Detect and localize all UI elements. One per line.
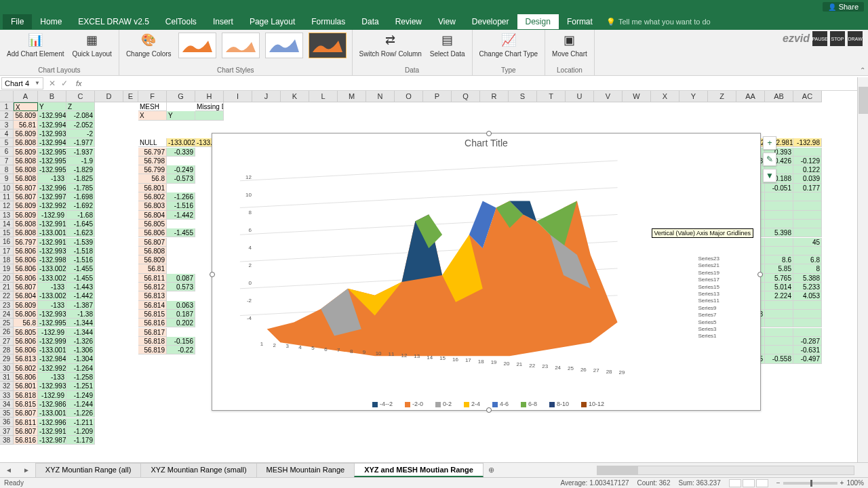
- cell[interactable]: 56.809: [14, 111, 38, 120]
- column-header[interactable]: AB: [765, 91, 793, 102]
- cell[interactable]: -1.209: [66, 427, 95, 436]
- tab-home[interactable]: Home: [32, 14, 70, 29]
- cell[interactable]: 56.806: [14, 256, 38, 264]
- cell[interactable]: -132.991: [38, 427, 66, 436]
- cell[interactable]: -133.002: [38, 274, 66, 283]
- tab-pagelayout[interactable]: Page Layout: [241, 14, 303, 29]
- cell[interactable]: -1.829: [66, 165, 95, 174]
- cell[interactable]: -2.084: [66, 111, 95, 120]
- chevron-down-icon[interactable]: ▼: [35, 80, 40, 86]
- chart-elements-button[interactable]: +: [763, 136, 776, 150]
- recorder-pause[interactable]: PAUSE: [812, 31, 827, 46]
- cell[interactable]: [793, 228, 822, 237]
- enter-formula-icon[interactable]: ✓: [61, 79, 68, 88]
- sheet-tab[interactable]: MESH Mountain Range: [256, 463, 355, 477]
- row-header[interactable]: 21: [0, 283, 14, 291]
- view-buttons[interactable]: [729, 479, 768, 487]
- cell[interactable]: -1.326: [66, 337, 95, 346]
- cell[interactable]: -1.258: [66, 373, 95, 382]
- cell[interactable]: 56.806: [14, 346, 38, 354]
- spreadsheet-grid[interactable]: ABCDEFGHIJKLMNOPQRSTUVWXYZAAABAC 1234567…: [0, 91, 868, 457]
- cell[interactable]: 5.765: [765, 274, 793, 283]
- cell[interactable]: [793, 211, 822, 220]
- cell[interactable]: -132.994: [38, 111, 66, 120]
- tab-celtools[interactable]: CelTools: [157, 14, 205, 29]
- cell[interactable]: -1.623: [66, 228, 95, 237]
- row-header[interactable]: 29: [0, 354, 14, 363]
- row-header[interactable]: 12: [0, 201, 14, 210]
- cell[interactable]: 56.806: [14, 274, 38, 283]
- cell[interactable]: 2.224: [765, 291, 793, 300]
- cell[interactable]: 56.801: [138, 184, 167, 192]
- cell[interactable]: -1.38: [66, 310, 95, 319]
- cell[interactable]: -1.518: [66, 247, 95, 256]
- column-header[interactable]: Z: [708, 91, 736, 102]
- add-chart-element-button[interactable]: 📊Add Chart Element: [4, 31, 67, 59]
- cell[interactable]: 56.816: [138, 319, 167, 327]
- sheet-tab[interactable]: XYZ and MESH Moutian Range: [354, 463, 484, 477]
- cell[interactable]: -0.287: [793, 337, 822, 346]
- cell[interactable]: -1.692: [66, 201, 95, 210]
- cell[interactable]: -132.991: [38, 220, 66, 228]
- cell[interactable]: 56.818: [138, 337, 167, 346]
- cell[interactable]: -0.497: [793, 354, 822, 363]
- cell[interactable]: [765, 192, 793, 201]
- cell[interactable]: -0.573: [167, 174, 195, 183]
- cell[interactable]: 0.573: [167, 283, 195, 291]
- row-header[interactable]: 2: [0, 111, 14, 120]
- cell[interactable]: [765, 301, 793, 310]
- cell[interactable]: 56.802: [14, 364, 38, 373]
- column-header[interactable]: Y: [679, 91, 708, 102]
- column-header[interactable]: A: [14, 91, 38, 102]
- cell[interactable]: -1.387: [66, 301, 95, 310]
- cell[interactable]: -133.001: [38, 409, 66, 418]
- cell[interactable]: 56.814: [138, 301, 167, 310]
- column-header[interactable]: L: [309, 91, 338, 102]
- column-header[interactable]: T: [537, 91, 566, 102]
- cell[interactable]: 56.807: [14, 427, 38, 436]
- cell[interactable]: 56.806: [138, 228, 167, 237]
- row-header[interactable]: 32: [0, 382, 14, 390]
- cell[interactable]: -1.443: [66, 283, 95, 291]
- cell[interactable]: X: [14, 102, 38, 111]
- row-header[interactable]: 36: [0, 418, 14, 426]
- cell[interactable]: -132.992: [38, 364, 66, 373]
- chart-style-2[interactable]: [222, 33, 260, 58]
- column-header[interactable]: M: [338, 91, 366, 102]
- cell[interactable]: NULL: [138, 138, 167, 147]
- column-header[interactable]: B: [38, 91, 66, 102]
- column-header[interactable]: AC: [793, 91, 822, 102]
- fx-icon[interactable]: fx: [73, 79, 85, 87]
- cell[interactable]: 5.85: [765, 264, 793, 273]
- column-header[interactable]: K: [281, 91, 309, 102]
- column-header[interactable]: J: [252, 91, 281, 102]
- cell[interactable]: [765, 211, 793, 220]
- cell[interactable]: -1.251: [66, 382, 95, 390]
- cell[interactable]: -132.991: [38, 238, 66, 247]
- cell[interactable]: -133: [38, 174, 66, 183]
- cell[interactable]: -0.156: [167, 337, 195, 346]
- cell[interactable]: -0.22: [167, 346, 195, 354]
- cell[interactable]: 56.797: [14, 238, 38, 247]
- cell[interactable]: -1.264: [66, 364, 95, 373]
- row-header[interactable]: 33: [0, 391, 14, 400]
- cell[interactable]: [793, 220, 822, 228]
- cell[interactable]: 56.816: [14, 436, 38, 445]
- column-header[interactable]: S: [509, 91, 537, 102]
- cell[interactable]: 8.6: [765, 256, 793, 264]
- cell[interactable]: 56.812: [138, 283, 167, 291]
- tab-format[interactable]: Format: [559, 14, 601, 29]
- row-header[interactable]: 13: [0, 211, 14, 220]
- cell[interactable]: -2: [66, 129, 95, 138]
- cell[interactable]: 56.798: [138, 157, 167, 165]
- cell[interactable]: 56.806: [14, 373, 38, 382]
- cell[interactable]: [765, 247, 793, 256]
- column-header[interactable]: W: [623, 91, 651, 102]
- cell[interactable]: -132.999: [38, 337, 66, 346]
- cell[interactable]: 56.806: [14, 264, 38, 273]
- cell[interactable]: -132.993: [38, 129, 66, 138]
- cell[interactable]: -1.306: [66, 346, 95, 354]
- column-header[interactable]: Q: [452, 91, 480, 102]
- row-header[interactable]: 18: [0, 256, 14, 264]
- sheet-tab[interactable]: XYZ Mountian Range (small): [140, 463, 256, 477]
